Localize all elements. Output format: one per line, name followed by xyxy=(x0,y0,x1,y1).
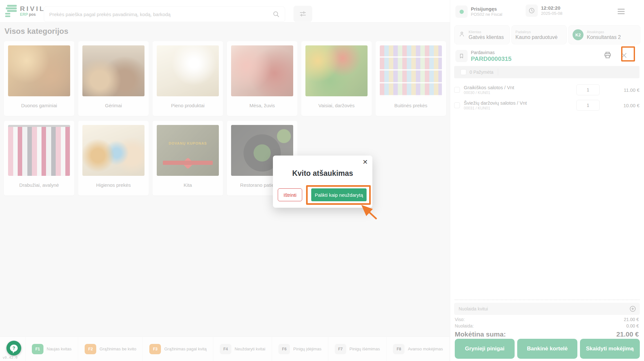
help-bubble-icon: ? xyxy=(10,345,18,352)
delete-receipt-button[interactable]: Ištrinti xyxy=(278,188,302,201)
help-button[interactable]: ? xyxy=(6,341,21,356)
annotation-highlight-close-button xyxy=(621,46,635,62)
modal-close-icon[interactable]: ✕ xyxy=(362,159,368,165)
modal-title: Kvito atšaukimas xyxy=(273,169,372,178)
question-mark: ? xyxy=(13,346,15,351)
annotation-arrow xyxy=(357,202,384,225)
pos-app: RIVILE ERPpos Visos kategorijos Duonos g… xyxy=(0,0,644,361)
